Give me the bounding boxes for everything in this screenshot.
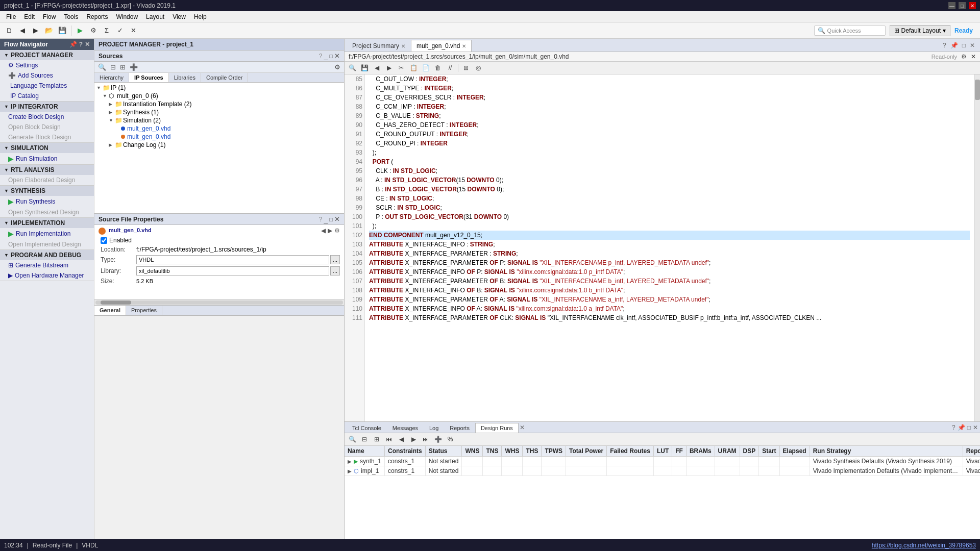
- bottom-x-icon[interactable]: ✕: [973, 424, 978, 431]
- file-close-icon[interactable]: ✕: [971, 53, 976, 60]
- flow-item-ip-catalog[interactable]: IP Catalog: [0, 91, 94, 101]
- dr-first-btn[interactable]: ⏮: [383, 434, 395, 444]
- toolbar-x[interactable]: ✕: [127, 24, 139, 37]
- sfp-scroll-thumb[interactable]: [101, 300, 131, 305]
- sfp-type-input[interactable]: [136, 255, 329, 264]
- tab-ip-sources[interactable]: IP Sources: [129, 73, 169, 82]
- menu-reports[interactable]: Reports: [82, 12, 112, 21]
- bottom-pin-icon[interactable]: 📌: [958, 424, 965, 431]
- menu-file[interactable]: File: [2, 12, 20, 21]
- menu-edit[interactable]: Edit: [20, 12, 39, 21]
- code-indent-btn[interactable]: ⊞: [460, 63, 472, 73]
- flow-item-settings[interactable]: ⚙ Settings: [0, 60, 94, 70]
- sources-add-btn[interactable]: ➕: [128, 63, 139, 71]
- toolbar-forward[interactable]: ▶: [30, 24, 42, 37]
- sources-minimize-icon[interactable]: _: [324, 53, 328, 60]
- toolbar-back[interactable]: ◀: [16, 24, 29, 37]
- dr-expand-btn[interactable]: ⊞: [371, 434, 382, 444]
- code-copy-btn[interactable]: 📋: [408, 63, 419, 73]
- flow-item-language-templates[interactable]: Language Templates: [0, 81, 94, 91]
- bottom-tab-log[interactable]: Log: [424, 423, 444, 433]
- menu-layout[interactable]: Layout: [142, 12, 168, 21]
- flow-item-create-block[interactable]: Create Block Design: [0, 112, 94, 122]
- tree-mult-vhd-blue[interactable]: mult_gen_0.vhd: [94, 124, 344, 133]
- close-button[interactable]: ✕: [969, 2, 976, 9]
- flow-item-add-sources[interactable]: ➕ Add Sources: [0, 70, 94, 81]
- code-comment-btn[interactable]: //: [445, 63, 456, 73]
- menu-view[interactable]: View: [168, 12, 190, 21]
- editor-question-icon[interactable]: ?: [942, 41, 947, 50]
- flow-item-open-hw-manager[interactable]: ▶ Open Hardware Manager: [0, 270, 94, 281]
- section-ipi-header[interactable]: ▼ IP INTEGRATOR: [0, 102, 94, 112]
- flow-item-open-implemented[interactable]: Open Implemented Design: [0, 239, 94, 249]
- tree-mult-gen[interactable]: ▼ ⬡ mult_gen_0 (6): [94, 92, 344, 100]
- flow-nav-pin[interactable]: 📌: [69, 41, 77, 48]
- dr-prev-btn[interactable]: ◀: [396, 434, 407, 444]
- section-rtl-header[interactable]: ▼ RTL ANALYSIS: [0, 165, 94, 175]
- sfp-tab-general[interactable]: General: [94, 306, 126, 315]
- section-pm-header[interactable]: ▼ PROJECT MANAGER: [0, 50, 94, 60]
- code-scroll-thumb[interactable]: [975, 80, 980, 100]
- flow-nav-close[interactable]: ✕: [85, 41, 90, 48]
- dr-next-btn[interactable]: ▶: [408, 434, 419, 444]
- bottom-tab-reports[interactable]: Reports: [444, 423, 475, 433]
- bottom-tab-design-runs[interactable]: Design Runs: [475, 423, 519, 433]
- tree-change-log[interactable]: ▶ 📁 Change Log (1): [94, 141, 344, 149]
- table-row[interactable]: ▶▶synth_1 constrs_1 Not started Vivado S…: [345, 457, 980, 466]
- code-paste-btn[interactable]: 📄: [420, 63, 431, 73]
- sources-expand-btn[interactable]: ⊞: [118, 63, 127, 71]
- editor-maximize-icon[interactable]: □: [961, 41, 967, 50]
- dr-search-btn[interactable]: 🔍: [347, 434, 358, 444]
- menu-help[interactable]: Help: [190, 12, 211, 21]
- flow-item-open-elaborated[interactable]: Open Elaborated Design: [0, 175, 94, 185]
- sfp-enabled-checkbox[interactable]: [101, 237, 107, 244]
- code-save-btn[interactable]: 💾: [359, 63, 370, 73]
- bottom-tab-tcl[interactable]: Tcl Console: [347, 423, 387, 433]
- bottom-maximize-icon[interactable]: □: [967, 424, 971, 431]
- sources-question-icon[interactable]: ?: [319, 53, 323, 60]
- menu-flow[interactable]: Flow: [39, 12, 60, 21]
- tree-ip-root[interactable]: ▼ 📁 IP (1): [94, 84, 344, 92]
- sfp-minimize-icon[interactable]: _: [324, 216, 328, 223]
- sources-collapse-btn[interactable]: ⊟: [109, 63, 117, 71]
- flow-item-run-simulation[interactable]: ▶ Run Simulation: [0, 153, 94, 164]
- sources-close-icon[interactable]: ✕: [334, 52, 340, 60]
- dr-last-btn[interactable]: ⏭: [420, 434, 431, 444]
- sfp-scrollbar-h[interactable]: [94, 299, 344, 305]
- bottom-tab-messages[interactable]: Messages: [387, 423, 424, 433]
- sfp-forward-icon[interactable]: ▶: [328, 227, 332, 234]
- sfp-tab-properties[interactable]: Properties: [126, 306, 162, 315]
- sfp-close-icon[interactable]: ✕: [334, 215, 340, 223]
- code-content[interactable]: C_OUT_LOW : INTEGER; C_MULT_TYPE : INTEG…: [365, 74, 974, 421]
- sources-maximize-icon[interactable]: □: [329, 53, 333, 59]
- sfp-question-icon[interactable]: ?: [319, 216, 323, 223]
- sfp-maximize-icon[interactable]: □: [329, 216, 333, 222]
- editor-pin-icon[interactable]: 📌: [949, 41, 959, 50]
- dr-collapse-btn[interactable]: ⊟: [359, 434, 370, 444]
- code-goto-btn[interactable]: ◎: [473, 63, 484, 73]
- section-impl-header[interactable]: ▼ IMPLEMENTATION: [0, 218, 94, 228]
- tree-simulation[interactable]: ▼ 📁 Simulation (2): [94, 116, 344, 124]
- flow-item-generate-bitstream[interactable]: ⊞ Generate Bitstream: [0, 260, 94, 270]
- toolbar-new[interactable]: 🗋: [3, 24, 15, 37]
- sources-search-btn[interactable]: 🔍: [96, 63, 108, 71]
- default-layout-button[interactable]: ⊞ Default Layout ▾: [890, 25, 950, 36]
- toolbar-check[interactable]: ✓: [114, 24, 126, 37]
- section-pd-header[interactable]: ▼ PROGRAM AND DEBUG: [0, 250, 94, 260]
- tab-mult-gen-vhd[interactable]: mult_gen_0.vhd ✕: [411, 40, 472, 52]
- sfp-library-btn[interactable]: ...: [330, 266, 340, 276]
- maximize-button[interactable]: □: [959, 2, 966, 9]
- settings-icon[interactable]: ⚙: [961, 53, 967, 60]
- table-row[interactable]: ▶⬡impl_1 constrs_1 Not started Vivado Im…: [345, 466, 980, 476]
- code-cut-btn[interactable]: ✂: [396, 63, 407, 73]
- tab-project-summary[interactable]: Project Summary ✕: [347, 40, 411, 52]
- tree-synthesis[interactable]: ▶ 📁 Synthesis (1): [94, 108, 344, 116]
- tree-inst-template[interactable]: ▶ 📁 Instantiation Template (2): [94, 100, 344, 108]
- code-delete-btn[interactable]: 🗑: [432, 63, 444, 73]
- sfp-library-input[interactable]: [136, 266, 329, 276]
- bottom-close-icon[interactable]: ✕: [520, 424, 525, 431]
- code-scrollbar-v[interactable]: [974, 74, 980, 421]
- tab-hierarchy[interactable]: Hierarchy: [94, 73, 129, 82]
- tree-mult-vhd-orange[interactable]: mult_gen_0.vhd: [94, 133, 344, 141]
- section-synth-header[interactable]: ▼ SYNTHESIS: [0, 186, 94, 196]
